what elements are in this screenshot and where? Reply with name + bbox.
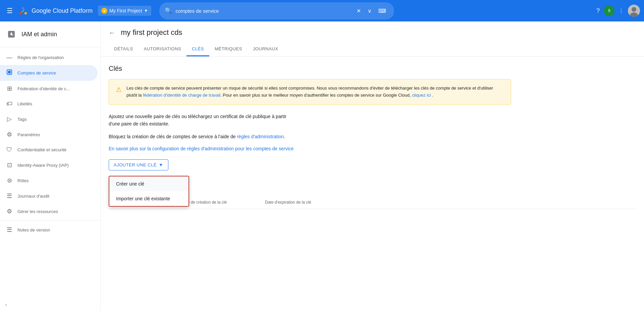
tabs-bar: DÉTAILS AUTORISATIONS CLÉS MÉTRIQUES JOU…: [101, 42, 644, 57]
svg-point-0: [22, 7, 24, 10]
table-col-expiration: Date d'expiration de la clé: [260, 200, 636, 205]
sidebar-item-iap[interactable]: ⊡ Identity-Aware Proxy (IAP): [0, 157, 98, 173]
svg-point-4: [632, 7, 636, 12]
sidebar-item-confidentialite[interactable]: 🛡 Confidentialité et sécurité: [0, 142, 98, 157]
nav-right-actions: ? 9 ⋮: [594, 5, 640, 17]
sidebar-item-federation[interactable]: ⊞ Fédération d'identité de c...: [0, 81, 98, 96]
svg-point-7: [10, 33, 12, 35]
warning-text: Les clés de compte de service peuvent pr…: [126, 85, 504, 99]
sidebar-item-gerer[interactable]: ⚙ Gérer les ressources: [0, 204, 98, 219]
import-key-option[interactable]: Importer une clé existante: [109, 191, 189, 206]
sidebar-item-notes[interactable]: ☰ Notes de version: [0, 222, 98, 238]
search-terminal-icon[interactable]: ⌨: [376, 5, 389, 17]
app-body: IAM et admin — Règles de l'organisation …: [0, 21, 644, 311]
sidebar-item-label: Règles de l'organisation: [17, 55, 64, 60]
sidebar-divider: [0, 220, 100, 221]
workload-federation-link[interactable]: fédération d'identité de charge de trava…: [143, 93, 220, 98]
create-key-option[interactable]: Créer une clé: [109, 176, 189, 191]
add-key-button[interactable]: AJOUTER UNE CLÉ ▼: [109, 159, 168, 170]
tags-icon: ▷: [5, 115, 13, 123]
project-icon: ●: [101, 8, 107, 14]
sidebar-item-parametres[interactable]: ⚙ Paramètres: [0, 127, 98, 142]
description-1: Ajoutez une nouvelle paire de clés ou té…: [109, 113, 636, 128]
iam-admin-icon: [5, 28, 17, 40]
comptes-icon: [5, 69, 13, 77]
add-key-container: AJOUTER UNE CLÉ ▼ Créer une clé Importer…: [109, 159, 168, 176]
sidebar-item-label: Libellés: [17, 101, 32, 106]
svg-point-2: [24, 12, 27, 15]
tab-details[interactable]: DÉTAILS: [109, 42, 139, 56]
sidebar-collapse-btn[interactable]: ‹: [0, 298, 100, 311]
sidebar-item-label: Comptes de service: [17, 70, 56, 75]
gerer-icon: ⚙: [5, 208, 13, 215]
admin-rules-link[interactable]: règles d'administration: [237, 134, 284, 139]
sidebar-title: IAM et admin: [21, 31, 57, 38]
sidebar-item-label: Paramètres: [17, 132, 40, 137]
project-selector[interactable]: ● My First Project ▼: [98, 6, 151, 16]
help-icon[interactable]: ?: [594, 5, 602, 17]
warning-box: ⚠ Les clés de compte de service peuvent …: [109, 79, 511, 105]
search-input[interactable]: [175, 8, 351, 14]
notification-badge[interactable]: 9: [604, 5, 614, 16]
collapse-icon: ‹: [5, 302, 7, 307]
sidebar-item-label: Gérer les ressources: [17, 209, 58, 214]
search-expand-icon[interactable]: ∨: [365, 5, 374, 17]
sidebar-item-label: Identity-Aware Proxy (IAP): [17, 163, 69, 168]
tab-journaux[interactable]: JOURNAUX: [248, 42, 284, 56]
federation-icon: ⊞: [5, 85, 13, 92]
keys-content: Clés ⚠ Les clés de compte de service peu…: [101, 57, 644, 217]
page-header: ← my first project cds: [101, 21, 644, 37]
search-actions: ✕ ∨ ⌨: [354, 5, 389, 17]
regles-icon: —: [5, 54, 13, 61]
confidentialite-icon: 🛡: [5, 146, 13, 153]
roles-icon: ⊜: [5, 177, 13, 184]
sidebar-item-comptes-service[interactable]: Comptes de service: [0, 65, 98, 81]
sidebar-item-label: Fédération d'identité de c...: [17, 86, 70, 91]
chevron-down-icon: ▼: [159, 162, 163, 167]
tab-metriques[interactable]: MÉTRIQUES: [209, 42, 248, 56]
search-bar[interactable]: 🔍 ✕ ∨ ⌨: [159, 2, 394, 19]
click-here-link[interactable]: cliquez ici: [412, 93, 431, 98]
add-key-dropdown: Créer une clé Importer une clé existante: [109, 176, 189, 207]
user-avatar[interactable]: [628, 5, 640, 17]
gcp-logo: Google Cloud Platform: [18, 6, 93, 16]
parametres-icon: ⚙: [5, 131, 13, 138]
sidebar-item-tags[interactable]: ▷ Tags: [0, 111, 98, 127]
sidebar-item-label: Confidentialité et sécurité: [17, 147, 66, 152]
sidebar-item-regles-org[interactable]: — Règles de l'organisation: [0, 50, 98, 65]
svg-rect-9: [8, 71, 11, 73]
search-icon: 🔍: [165, 7, 172, 14]
page-title: my first project cds: [121, 28, 182, 37]
chevron-down-icon: ▼: [144, 8, 148, 13]
search-clear-icon[interactable]: ✕: [354, 5, 364, 17]
sidebar-item-journaux[interactable]: ☰ Journaux d'audit: [0, 188, 98, 204]
notes-icon: ☰: [5, 226, 13, 234]
hamburger-menu[interactable]: ☰: [4, 4, 15, 17]
sidebar: IAM et admin — Règles de l'organisation …: [0, 21, 101, 311]
section-title: Clés: [109, 65, 636, 72]
main-content: ← my first project cds DÉTAILS AUTORISAT…: [101, 21, 644, 311]
more-options-icon[interactable]: ⋮: [616, 5, 627, 17]
sidebar-item-libelles[interactable]: 🏷 Libellés: [0, 96, 98, 111]
tab-cles[interactable]: CLÉS: [186, 42, 209, 56]
gcp-logo-icon: [18, 6, 28, 16]
sidebar-item-label: Rôles: [17, 178, 29, 183]
warning-icon: ⚠: [116, 86, 122, 99]
journaux-icon: ☰: [5, 192, 13, 200]
top-navigation: ☰ Google Cloud Platform ● My First Proje…: [0, 0, 644, 21]
sidebar-item-label: Notes de version: [17, 227, 50, 232]
sidebar-item-label: Journaux d'audit: [17, 194, 49, 199]
libelles-icon: 🏷: [5, 100, 13, 107]
back-button[interactable]: ←: [109, 29, 115, 37]
tab-autorisations[interactable]: AUTORISATIONS: [139, 42, 186, 56]
learn-more-link[interactable]: En savoir plus sur la configuration de r…: [109, 146, 636, 151]
iap-icon: ⊡: [5, 161, 13, 169]
sidebar-item-label: Tags: [17, 117, 26, 122]
sidebar-item-roles[interactable]: ⊜ Rôles: [0, 173, 98, 188]
avatar-image: [628, 5, 640, 17]
svg-point-1: [19, 12, 22, 15]
description-2: Bloquez la création de clés de comptes d…: [109, 133, 636, 140]
sidebar-header: IAM et admin: [0, 21, 100, 47]
